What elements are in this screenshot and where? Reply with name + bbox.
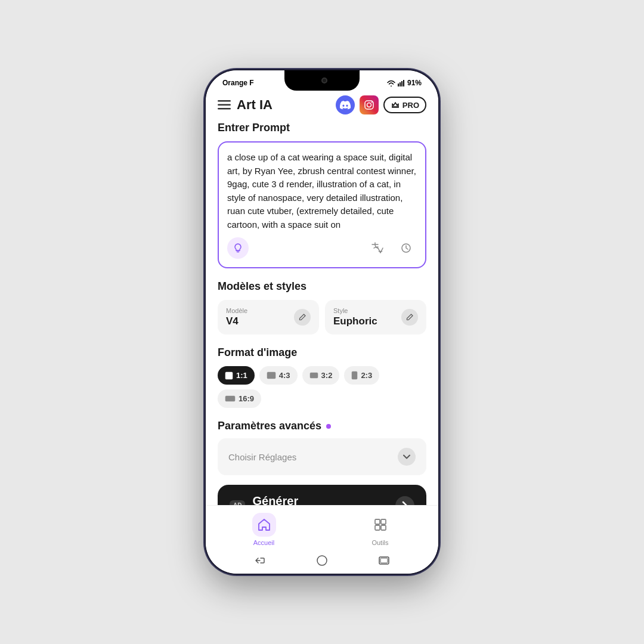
home-icon-container	[252, 513, 276, 537]
wifi-icon	[387, 80, 395, 86]
instagram-button[interactable]	[360, 95, 379, 114]
hamburger-menu[interactable]	[218, 100, 231, 110]
svg-rect-5	[218, 104, 231, 106]
svg-rect-0	[398, 83, 399, 86]
model-value: V4	[226, 315, 247, 327]
generate-left: AD Générer Regarder une pub	[230, 494, 310, 505]
tools-icon-container	[369, 513, 392, 537]
chevron-down-icon	[398, 448, 416, 466]
nav-home[interactable]: Accueil	[206, 510, 322, 549]
style-card-content: Style Euphoric	[333, 307, 377, 327]
svg-rect-21	[380, 558, 388, 563]
circle-home-icon	[316, 555, 328, 566]
pro-badge-button[interactable]: PRO	[383, 97, 426, 113]
system-nav	[206, 551, 438, 574]
back-icon	[255, 555, 265, 566]
svg-rect-4	[218, 100, 231, 102]
model-edit-icon[interactable]	[294, 309, 311, 326]
chevron-svg	[403, 454, 410, 459]
bottom-nav: Accueil Outils	[206, 505, 438, 551]
camera-indicator	[321, 78, 327, 83]
prompt-right-actions	[367, 237, 417, 259]
nav-tools[interactable]: Outils	[322, 510, 438, 549]
lightbulb-button[interactable]	[227, 237, 249, 259]
svg-rect-2	[401, 81, 402, 86]
square-icon	[225, 371, 233, 380]
format-section: Format d'image 1:1 4:3	[218, 346, 426, 408]
home-gesture[interactable]	[316, 555, 328, 566]
model-card[interactable]: Modèle V4	[218, 300, 319, 335]
params-title-row: Paramètres avancés	[218, 420, 426, 432]
crown-icon	[391, 100, 400, 110]
svg-rect-13	[352, 371, 357, 379]
pencil-icon	[298, 313, 306, 321]
svg-rect-14	[225, 396, 235, 401]
history-button[interactable]	[395, 237, 417, 259]
recents-button[interactable]	[379, 556, 389, 565]
model-card-content: Modèle V4	[226, 307, 247, 327]
translate-button[interactable]	[367, 237, 388, 259]
svg-point-19	[317, 556, 327, 565]
svg-point-8	[367, 103, 371, 107]
header-icons: PRO	[336, 95, 426, 114]
prompt-textarea[interactable]: a close up of a cat wearing a space suit…	[227, 151, 417, 231]
svg-rect-12	[310, 373, 318, 378]
format-1-1[interactable]: 1:1	[218, 366, 255, 385]
params-dot	[326, 424, 331, 429]
recents-icon	[379, 556, 389, 565]
home-icon	[257, 518, 271, 532]
ultrawide-icon	[225, 395, 236, 402]
svg-rect-3	[403, 80, 404, 86]
svg-rect-6	[218, 108, 231, 110]
prompt-section-title: Entrer Prompt	[218, 122, 426, 134]
svg-rect-18	[381, 525, 386, 530]
ad-badge: AD	[230, 500, 245, 505]
models-section: Modèles et styles Modèle V4	[218, 280, 426, 335]
lightbulb-icon	[233, 243, 243, 253]
model-label: Modèle	[226, 307, 247, 314]
pencil-icon-2	[405, 313, 414, 321]
params-section: Paramètres avancés Choisir Réglages	[218, 420, 426, 475]
svg-rect-17	[375, 525, 380, 530]
app-title: Art IA	[237, 97, 336, 113]
generate-main-label: Générer	[252, 494, 310, 505]
translate-icon	[371, 242, 384, 255]
svg-rect-15	[375, 519, 380, 524]
battery-text: 91%	[407, 79, 422, 87]
style-edit-icon[interactable]	[401, 309, 418, 326]
format-options: 1:1 4:3 3:2	[218, 366, 426, 408]
prompt-actions	[227, 237, 417, 259]
status-right: 91%	[387, 79, 422, 87]
dynamic-island	[284, 70, 360, 91]
model-cards: Modèle V4 Style Euphoric	[218, 300, 426, 335]
format-16-9[interactable]: 16:9	[218, 389, 261, 408]
discord-button[interactable]	[336, 95, 355, 114]
generate-text-group: Générer Regarder une pub	[252, 494, 310, 505]
format-4-3[interactable]: 4:3	[259, 366, 298, 385]
tools-label: Outils	[371, 539, 388, 546]
generate-button[interactable]: AD Générer Regarder une pub	[218, 485, 426, 505]
home-label: Accueil	[253, 539, 274, 546]
portrait-icon	[351, 371, 358, 380]
wide-icon	[309, 372, 318, 379]
params-dropdown-button[interactable]: Choisir Réglages	[218, 438, 426, 475]
style-card[interactable]: Style Euphoric	[325, 300, 426, 335]
main-content: Entrer Prompt a close up of a cat wearin…	[206, 122, 438, 505]
svg-rect-10	[225, 372, 233, 379]
prompt-container[interactable]: a close up of a cat wearing a space suit…	[218, 141, 426, 268]
generate-arrow-icon	[395, 496, 414, 506]
format-3-2[interactable]: 3:2	[302, 366, 340, 385]
svg-rect-11	[267, 372, 275, 379]
pro-label: PRO	[402, 101, 419, 110]
arrow-right-icon	[402, 501, 408, 506]
format-2-3[interactable]: 2:3	[344, 366, 379, 385]
back-button[interactable]	[255, 555, 265, 566]
screen: Orange F 91%	[206, 70, 438, 574]
landscape-icon	[267, 371, 276, 379]
status-bar: Orange F 91%	[206, 70, 438, 91]
svg-rect-1	[400, 82, 401, 86]
app-header: Art IA	[206, 91, 438, 122]
signal-icon	[398, 80, 405, 86]
svg-point-9	[371, 102, 372, 103]
tools-icon	[373, 518, 388, 532]
